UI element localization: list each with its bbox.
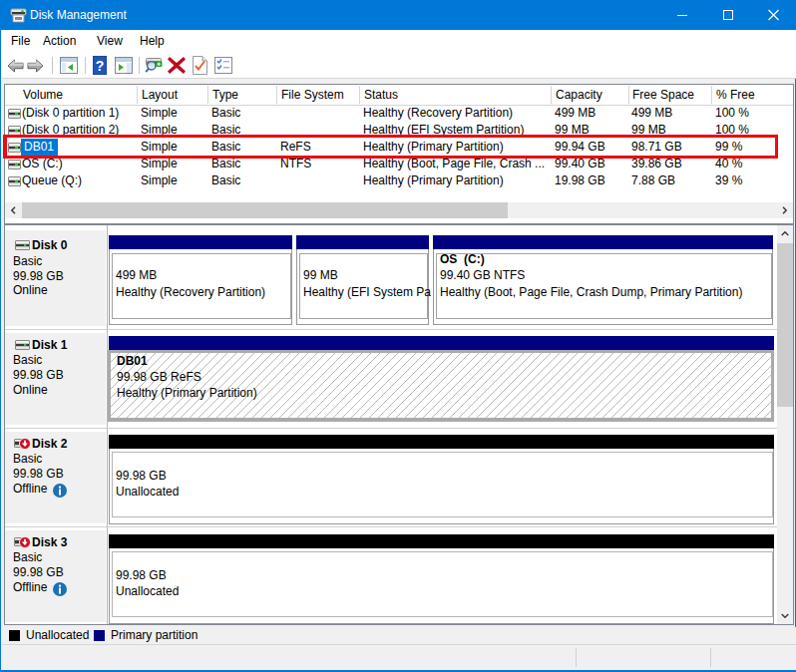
svg-text:?: ? [96,58,105,74]
